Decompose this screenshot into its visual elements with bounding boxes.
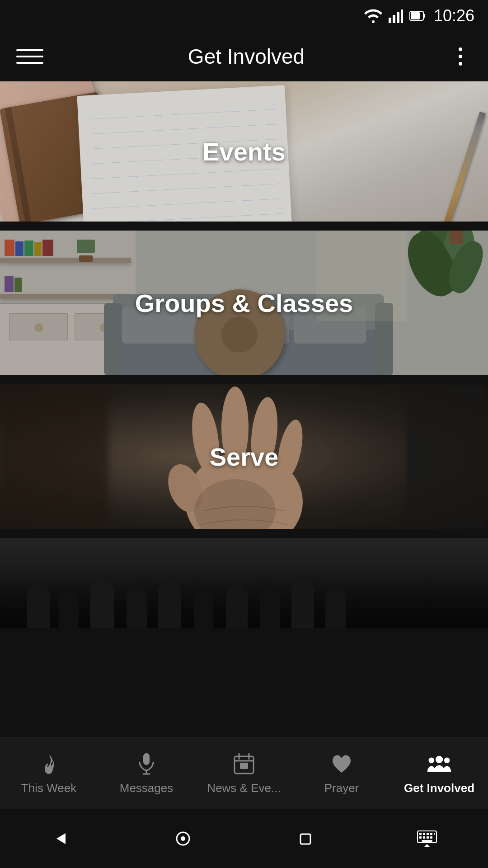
- more-options-icon[interactable]: [449, 43, 472, 70]
- menu-icon[interactable]: [16, 43, 43, 70]
- svg-rect-2: [397, 12, 399, 23]
- serve-label: Serve: [210, 442, 279, 472]
- nav-get-involved[interactable]: Get Involved: [399, 751, 480, 795]
- heart-icon: [329, 751, 354, 777]
- svg-rect-31: [419, 833, 422, 835]
- svg-rect-32: [423, 833, 425, 835]
- svg-rect-36: [419, 836, 422, 839]
- svg-rect-0: [389, 18, 391, 23]
- svg-rect-35: [434, 833, 435, 835]
- svg-rect-22: [240, 763, 248, 769]
- nav-prayer[interactable]: Prayer: [301, 751, 382, 795]
- events-label: Events: [202, 137, 286, 166]
- groups-label: Groups & Classes: [135, 288, 353, 318]
- svg-rect-15: [143, 753, 150, 765]
- wifi-icon: [364, 9, 382, 23]
- mic-icon: [134, 751, 159, 777]
- give-image: [0, 538, 488, 628]
- svg-rect-5: [423, 14, 425, 18]
- nav-this-week-label: This Week: [21, 781, 76, 795]
- svg-point-23: [436, 756, 443, 763]
- svg-rect-1: [393, 15, 395, 23]
- svg-rect-34: [430, 833, 432, 835]
- status-icons: [364, 9, 426, 23]
- android-nav-bar: [0, 809, 488, 868]
- status-bar: 10:26: [0, 0, 488, 32]
- back-button[interactable]: [43, 821, 79, 857]
- svg-marker-26: [56, 833, 66, 844]
- nav-prayer-label: Prayer: [324, 781, 359, 795]
- bottom-navigation: This Week Messages News & Eve...: [0, 737, 488, 809]
- svg-marker-41: [424, 844, 430, 847]
- page-title: Get Involved: [43, 44, 449, 69]
- people-icon: [427, 751, 452, 777]
- home-button[interactable]: [165, 821, 201, 857]
- give-card[interactable]: [0, 538, 488, 628]
- keyboard-button[interactable]: [409, 821, 445, 857]
- svg-rect-6: [411, 12, 420, 19]
- nav-this-week[interactable]: This Week: [8, 751, 89, 795]
- battery-icon: [409, 9, 426, 22]
- nav-messages[interactable]: Messages: [106, 751, 187, 795]
- svg-rect-33: [427, 833, 429, 835]
- svg-rect-39: [430, 836, 432, 839]
- svg-rect-3: [401, 9, 403, 23]
- svg-rect-40: [422, 840, 432, 842]
- svg-rect-29: [300, 834, 310, 844]
- signal-icon: [389, 9, 403, 23]
- svg-point-25: [444, 758, 450, 764]
- svg-point-24: [429, 758, 435, 764]
- events-card[interactable]: Events: [0, 81, 488, 222]
- serve-card[interactable]: Serve: [0, 384, 488, 529]
- recents-button[interactable]: [287, 821, 323, 857]
- content-area: Events: [0, 81, 488, 637]
- flame-icon: [36, 751, 61, 777]
- app-bar: Get Involved: [0, 32, 488, 81]
- nav-news-events-label: News & Eve...: [207, 781, 281, 795]
- nav-news-events[interactable]: News & Eve...: [203, 751, 285, 795]
- calendar-icon: [231, 751, 257, 777]
- svg-rect-38: [427, 836, 429, 839]
- nav-get-involved-label: Get Involved: [404, 781, 474, 795]
- groups-card[interactable]: Groups & Classes: [0, 231, 488, 375]
- svg-point-28: [181, 836, 185, 841]
- nav-messages-label: Messages: [120, 781, 174, 795]
- svg-rect-37: [423, 836, 425, 839]
- status-time: 10:26: [434, 6, 474, 25]
